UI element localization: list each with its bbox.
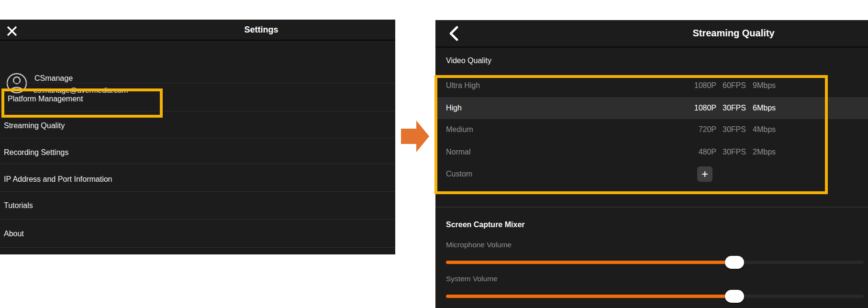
section-divider bbox=[435, 207, 868, 208]
quality-row-medium[interactable]: Medium 720P 30FPS 4Mbps bbox=[435, 119, 828, 141]
quality-resolution: 480P bbox=[679, 148, 716, 156]
menu-item-label: About bbox=[4, 230, 24, 238]
sidebar-item-tutorials[interactable]: Tutorials bbox=[0, 191, 395, 219]
sidebar-item-platform-management[interactable]: Platform Management bbox=[0, 83, 395, 111]
arrow-right-icon bbox=[401, 121, 429, 152]
close-icon bbox=[6, 25, 19, 37]
quality-label: Ultra High bbox=[446, 81, 480, 90]
quality-fps: 30FPS bbox=[723, 104, 746, 112]
sidebar-item-streaming-quality[interactable]: Streaming Quality bbox=[0, 111, 395, 138]
sidebar-item-about[interactable]: About bbox=[0, 219, 395, 247]
plus-icon: + bbox=[701, 167, 708, 180]
slider-fill bbox=[446, 261, 734, 264]
sidebar-item-recording-settings[interactable]: Recording Settings bbox=[0, 138, 395, 164]
page-title: Settings bbox=[211, 25, 312, 35]
menu-item-label: Recording Settings bbox=[4, 148, 68, 157]
system-volume-label: System Volume bbox=[446, 275, 498, 283]
account-row[interactable]: CSmanage cs.manage@avermedia.com bbox=[0, 41, 395, 83]
mixer-section-label: Screen Capture Mixer bbox=[446, 220, 525, 229]
quality-bitrate: 2Mbps bbox=[753, 148, 776, 156]
quality-label: Custom bbox=[446, 170, 472, 178]
quality-bitrate: 4Mbps bbox=[753, 125, 776, 134]
slider-knob[interactable] bbox=[725, 290, 744, 303]
video-quality-section-label: Video Quality bbox=[446, 56, 491, 65]
quality-bitrate: 9Mbps bbox=[753, 81, 776, 90]
account-name: CSmanage bbox=[34, 74, 73, 83]
quality-fps: 30FPS bbox=[723, 148, 746, 156]
quality-resolution: 720P bbox=[679, 125, 716, 134]
quality-fps: 30FPS bbox=[723, 125, 746, 134]
slider-fill bbox=[446, 295, 734, 298]
quality-resolution: 1080P bbox=[679, 81, 716, 90]
row-divider bbox=[0, 247, 395, 248]
quality-label: Medium bbox=[446, 125, 473, 134]
back-button[interactable] bbox=[448, 26, 460, 41]
menu-item-label: Streaming Quality bbox=[4, 121, 65, 130]
quality-bitrate: 6Mbps bbox=[753, 104, 776, 112]
quality-row-ultra-high[interactable]: Ultra High 1080P 60FPS 9Mbps bbox=[435, 75, 828, 97]
quality-row-high[interactable]: High 1080P 30FPS 6Mbps bbox=[435, 97, 828, 119]
menu-item-label: Tutorials bbox=[4, 201, 33, 210]
quality-row-normal[interactable]: Normal 480P 30FPS 2Mbps bbox=[435, 141, 828, 163]
add-custom-quality-button[interactable]: + bbox=[697, 166, 712, 182]
page-title: Streaming Quality bbox=[686, 28, 781, 39]
microphone-volume-label: Microphone Volume bbox=[446, 241, 512, 249]
quality-label: Normal bbox=[446, 148, 471, 156]
close-button[interactable] bbox=[6, 25, 19, 37]
slider-knob[interactable] bbox=[725, 256, 744, 269]
quality-row-custom: Custom + bbox=[435, 163, 828, 191]
menu-item-label: IP Address and Port Information bbox=[4, 175, 112, 184]
settings-screen: Settings CSmanage cs.manage@avermedia.co… bbox=[0, 20, 395, 254]
quality-fps: 60FPS bbox=[723, 81, 746, 90]
quality-label: High bbox=[446, 104, 462, 112]
menu-item-label: Platform Management bbox=[8, 95, 83, 103]
screenshot-canvas: Settings CSmanage cs.manage@avermedia.co… bbox=[0, 0, 868, 308]
sidebar-item-ip-address[interactable]: IP Address and Port Information bbox=[0, 164, 395, 191]
quality-resolution: 1080P bbox=[679, 104, 716, 112]
header-divider bbox=[435, 46, 868, 48]
streaming-quality-screen: Streaming Quality Video Quality Ultra Hi… bbox=[435, 20, 868, 308]
chevron-left-icon bbox=[448, 26, 460, 41]
